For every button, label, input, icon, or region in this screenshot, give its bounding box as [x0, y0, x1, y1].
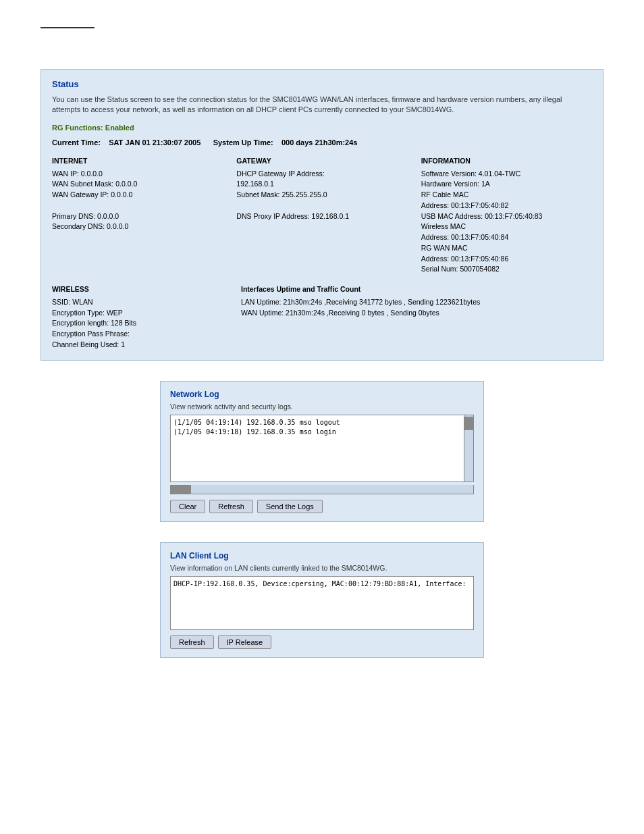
- primary-dns: Primary DNS: 0.0.0.0: [52, 211, 223, 222]
- lan-refresh-button[interactable]: Refresh: [170, 635, 214, 649]
- internet-col: INTERNET WAN IP: 0.0.0.0 WAN Subnet Mask…: [52, 156, 223, 275]
- lan-client-log-content[interactable]: DHCP-IP:192.168.0.35, Device:cpersing, M…: [170, 576, 474, 630]
- system-up-value: 000 days 21h30m:24s: [281, 138, 358, 147]
- rg-functions: RG Functions: Enabled: [52, 124, 592, 132]
- encryption-pass: Encryption Pass Phrase:: [52, 329, 227, 340]
- lan-client-log-title: LAN Client Log: [170, 551, 474, 561]
- software-version: Software Version: 4.01.04-TWC: [421, 169, 592, 180]
- dhcp-gateway-label: DHCP Gateway IP Address:: [236, 169, 407, 180]
- current-time-label: Current Time:: [52, 138, 101, 147]
- usb-mac: USB MAC Address: 00:13:F7:05:40:83: [421, 211, 592, 222]
- refresh-button[interactable]: Refresh: [209, 500, 253, 513]
- status-columns: INTERNET WAN IP: 0.0.0.0 WAN Subnet Mask…: [52, 156, 592, 275]
- network-log-scrollbar-thumb: [464, 417, 473, 430]
- wan-uptime: WAN Uptime: 21h30m:24s ,Receiving 0 byte…: [241, 308, 592, 319]
- encryption-length: Encryption length: 128 Bits: [52, 318, 227, 329]
- information-col: INFORMATION Software Version: 4.01.04-TW…: [421, 156, 592, 275]
- secondary-dns: Secondary DNS: 0.0.0.0: [52, 221, 223, 232]
- information-header: INFORMATION: [421, 156, 592, 167]
- log-entry-1: (1/1/05 04:19:14) 192.168.0.35 mso logou…: [173, 418, 462, 427]
- network-log-buttons: Clear Refresh Send the Logs: [170, 500, 474, 513]
- dhcp-gateway-ip: 192.168.0.1: [236, 179, 407, 190]
- time-row: Current Time: SAT JAN 01 21:30:07 2005 S…: [52, 138, 592, 147]
- hardware-version: Hardware Version: 1A: [421, 179, 592, 190]
- dns-proxy: DNS Proxy IP Address: 192.168.0.1: [236, 211, 407, 222]
- current-time-value: SAT JAN 01 21:30:07 2005: [109, 138, 200, 147]
- rf-cable-mac-label: RF Cable MAC: [421, 190, 592, 201]
- channel: Channel Being Used: 1: [52, 340, 227, 350]
- wireless-address: Address: 00:13:F7:05:40:84: [421, 232, 592, 243]
- network-log-content[interactable]: (1/1/05 04:19:14) 192.168.0.35 mso logou…: [171, 415, 473, 481]
- encryption-type: Encryption Type: WEP: [52, 308, 227, 319]
- gateway-col: GATEWAY DHCP Gateway IP Address: 192.168…: [236, 156, 407, 275]
- log-entry-2: (1/1/05 04:19:18) 192.168.0.35 mso login: [173, 427, 462, 437]
- gateway-header: GATEWAY: [236, 156, 407, 167]
- wireless-header: WIRELESS: [52, 284, 227, 295]
- send-logs-button[interactable]: Send the Logs: [257, 500, 323, 513]
- status-title: Status: [52, 79, 592, 89]
- system-up-label: System Up Time:: [213, 138, 273, 147]
- internet-header: INTERNET: [52, 156, 223, 167]
- wan-ip: WAN IP: 0.0.0.0: [52, 169, 223, 180]
- ssid: SSID: WLAN: [52, 297, 227, 308]
- lan-log-entry: DHCP-IP:192.168.0.35, Device:cpersing, M…: [173, 580, 466, 588]
- lan-uptime: LAN Uptime: 21h30m:24s ,Receiving 341772…: [241, 297, 592, 308]
- status-row2: WIRELESS SSID: WLAN Encryption Type: WEP…: [52, 284, 592, 350]
- clear-button[interactable]: Clear: [170, 500, 205, 513]
- network-log-description: View network activity and security logs.: [170, 402, 474, 411]
- status-panel: Status You can use the Status screen to …: [41, 69, 603, 361]
- top-divider: [41, 27, 95, 28]
- interfaces-header: Interfaces Uptime and Traffic Count: [241, 284, 592, 295]
- wan-subnet: WAN Subnet Mask: 0.0.0.0: [52, 179, 223, 190]
- serial-num: Serial Num: 5007054082: [421, 264, 592, 275]
- gateway-subnet: Subnet Mask: 255.255.255.0: [236, 190, 407, 201]
- network-log-textarea-wrapper: (1/1/05 04:19:14) 192.168.0.35 mso logou…: [170, 415, 474, 482]
- status-description: You can use the Status screen to see the…: [52, 95, 592, 115]
- rg-address: Address: 00:13:F7:05:40:86: [421, 254, 592, 265]
- network-log-hscrollbar-thumb: [171, 485, 191, 494]
- lan-client-log-description: View information on LAN clients currentl…: [170, 564, 474, 572]
- lan-client-log-buttons: Refresh IP Release: [170, 635, 474, 649]
- wan-gateway: WAN Gateway IP: 0.0.0.0: [52, 190, 223, 201]
- network-log-scrollbar[interactable]: [464, 415, 473, 481]
- lan-client-log-panel: LAN Client Log View information on LAN c…: [160, 542, 484, 658]
- network-log-panel: Network Log View network activity and se…: [160, 381, 484, 522]
- wireless-mac-label: Wireless MAC: [421, 221, 592, 232]
- ip-release-button[interactable]: IP Release: [218, 635, 272, 649]
- network-log-hscrollbar[interactable]: [170, 485, 474, 494]
- wireless-col: WIRELESS SSID: WLAN Encryption Type: WEP…: [52, 284, 227, 350]
- interfaces-col: Interfaces Uptime and Traffic Count LAN …: [241, 284, 592, 350]
- rf-address: Address: 00:13:F7:05:40:82: [421, 201, 592, 211]
- rg-wan-mac-label: RG WAN MAC: [421, 243, 592, 254]
- network-log-title: Network Log: [170, 390, 474, 399]
